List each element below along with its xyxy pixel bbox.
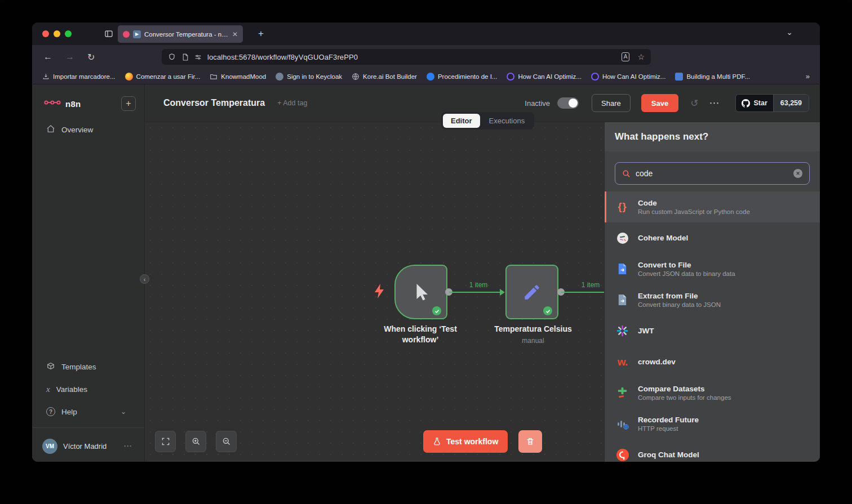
minimize-window-button[interactable]	[54, 30, 60, 37]
node-item-compare-datasets[interactable]: Compare Datasets Compare two inputs for …	[605, 377, 820, 408]
extract-from-file-icon	[615, 293, 630, 306]
sidebar-item-help[interactable]: ? Help ⌄	[32, 400, 144, 423]
node-item-extract-from-file[interactable]: Extract from File Convert binary data to…	[605, 284, 820, 315]
active-state-label: Inactive	[525, 99, 550, 108]
node-item-recorded-future[interactable]: Recorded Future HTTP request	[605, 408, 820, 439]
node-item-code[interactable]: {} Code Run custom JavaScript or Python …	[605, 191, 820, 222]
page-info-icon[interactable]	[181, 53, 189, 61]
back-button[interactable]: ←	[43, 52, 52, 62]
node-search-box[interactable]: ✕	[615, 162, 810, 185]
code-node-icon: {}	[615, 201, 630, 213]
node-temperatura-celsius[interactable]	[505, 265, 558, 319]
tab-list-chevron-icon[interactable]: ⌄	[786, 28, 793, 37]
bookmark-item[interactable]: Kore.ai Bot Builder	[348, 70, 421, 83]
permissions-tune-icon[interactable]	[194, 53, 202, 61]
bookmark-item[interactable]: Comenzar a usar Fir...	[121, 70, 205, 83]
divider	[32, 427, 144, 428]
templates-box-icon	[46, 362, 55, 372]
panel-title: What happens next?	[605, 122, 820, 151]
shield-icon[interactable]	[168, 53, 176, 61]
workflow-title[interactable]: Conversor Temperatura	[163, 98, 265, 108]
user-name: Víctor Madrid	[63, 442, 106, 451]
connection-arrow-icon	[500, 289, 505, 296]
success-check-icon	[543, 306, 552, 315]
browser-tab[interactable]: ▶ Conversor Temperatura - n8... ✕	[118, 25, 243, 43]
workflow-canvas[interactable]: 1 item 1 item When clicking ‘Test workfl…	[145, 122, 604, 462]
bookmark-item[interactable]: KnowmadMood	[206, 70, 270, 83]
bookmark-item[interactable]: Importar marcadore...	[38, 70, 119, 83]
clear-search-icon[interactable]: ✕	[793, 169, 802, 178]
compare-datasets-icon	[615, 387, 630, 399]
tab-close-icon[interactable]: ✕	[232, 31, 238, 38]
bookmark-item[interactable]: Building a Multi PDF...	[671, 70, 754, 83]
node-creator-panel: What happens next? ✕ {} Code Run custom …	[604, 122, 820, 462]
avatar: VM	[42, 439, 57, 454]
activate-toggle[interactable]	[557, 97, 579, 109]
node-item-jwt[interactable]: JWT	[605, 315, 820, 346]
sidebar-item-overview[interactable]: Overview	[32, 118, 144, 141]
node-item-crowd-dev[interactable]: w. crowd.dev	[605, 346, 820, 377]
user-options-icon[interactable]: ⋯	[123, 441, 132, 451]
bookmark-item[interactable]: How Can AI Optimiz...	[503, 70, 585, 83]
delete-button[interactable]	[518, 430, 542, 453]
connection-line[interactable]	[449, 292, 501, 293]
node-label: Temperatura Celsius manual	[488, 324, 578, 345]
flask-icon	[433, 437, 441, 446]
user-menu[interactable]: VM Víctor Madrid ⋯	[32, 432, 144, 460]
variables-icon: x	[46, 385, 50, 394]
zoom-in-button[interactable]	[185, 431, 206, 452]
zoom-window-button[interactable]	[65, 30, 72, 37]
github-star-count: 63,259	[773, 95, 809, 111]
zoom-out-button[interactable]	[216, 431, 237, 452]
connection-line[interactable]	[561, 292, 604, 293]
add-tag-button[interactable]: + Add tag	[277, 99, 307, 107]
save-button[interactable]: Save	[641, 94, 678, 112]
bookmarks-overflow-chevron[interactable]: »	[806, 72, 820, 81]
github-star-badge[interactable]: Star 63,259	[735, 94, 809, 112]
window-controls	[32, 30, 79, 37]
pencil-icon	[522, 283, 542, 302]
trash-icon	[526, 437, 535, 446]
browser-window: ▶ Conversor Temperatura - n8... ✕ + ⌄ ← …	[32, 23, 820, 462]
tab-editor[interactable]: Editor	[443, 114, 480, 128]
sidebar-item-variables[interactable]: x Variables	[32, 378, 144, 400]
connection-items-label: 1 item	[573, 281, 604, 289]
workflow-options-icon[interactable]: ⋯	[709, 97, 719, 109]
firefox-icon	[125, 73, 133, 81]
node-item-groq-chat-model[interactable]: Groq Chat Model	[605, 439, 820, 462]
bookmark-item[interactable]: Procedimiento de I...	[423, 70, 501, 83]
tab-executions[interactable]: Executions	[481, 114, 533, 128]
help-icon: ?	[46, 407, 55, 416]
browser-tab-bar: ▶ Conversor Temperatura - n8... ✕ + ⌄	[32, 23, 820, 45]
history-icon[interactable]: ↺	[690, 97, 698, 109]
node-search-input[interactable]	[636, 169, 788, 178]
bookmark-item[interactable]: How Can AI Optimiz...	[587, 70, 669, 83]
reload-button[interactable]: ↻	[87, 52, 95, 63]
test-workflow-button[interactable]: Test workflow	[423, 430, 508, 453]
new-tab-button[interactable]: +	[254, 27, 268, 41]
view-tabs: Editor Executions	[441, 112, 534, 130]
node-manual-trigger[interactable]	[394, 265, 447, 319]
add-workflow-button[interactable]: +	[121, 96, 136, 111]
firefox-view-icon[interactable]	[104, 29, 113, 38]
bookmark-item[interactable]: Sign in to Keycloak	[272, 70, 346, 83]
share-button[interactable]: Share	[592, 94, 631, 112]
bookmark-star-icon[interactable]: ☆	[637, 52, 645, 61]
url-bar[interactable]: localhost:5678/workflow/f8yVqGUOaF3rePP0…	[162, 49, 651, 65]
pdf-site-icon	[675, 73, 683, 81]
node-item-convert-to-file[interactable]: Convert to File Convert JSON data to bin…	[605, 253, 820, 284]
sidebar-item-templates[interactable]: Templates	[32, 355, 144, 378]
close-window-button[interactable]	[42, 30, 49, 37]
github-star-label: Star	[753, 99, 767, 107]
zoom-to-fit-button[interactable]	[155, 431, 176, 452]
n8n-logo-icon[interactable]	[44, 98, 62, 109]
forward-button[interactable]: →	[65, 52, 74, 62]
sidebar-collapse-button[interactable]: ‹	[140, 274, 149, 284]
node-sublabel: manual	[488, 336, 578, 345]
n8n-logo-text[interactable]: n8n	[65, 99, 81, 109]
media-play-icon: ▶	[133, 30, 141, 38]
node-label: When clicking ‘Test workflow’	[375, 324, 465, 345]
search-icon	[622, 170, 631, 178]
node-item-cohere-model[interactable]: Cohere Model	[605, 222, 820, 253]
translate-icon[interactable]: A	[622, 52, 630, 61]
